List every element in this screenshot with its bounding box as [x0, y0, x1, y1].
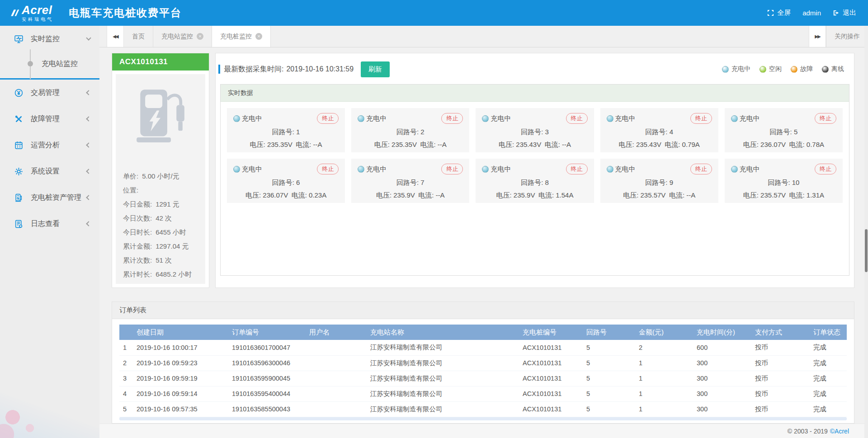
order-cell: 5 [583, 401, 635, 417]
stop-button[interactable]: 终止 [566, 113, 588, 124]
charging-status-icon [482, 115, 489, 122]
tab-pile-monitor[interactable]: 充电桩监控 × [212, 26, 271, 47]
content-area: ACX1010131 [99, 47, 868, 438]
order-cell: 2019-10-16 09:57:35 [133, 401, 228, 417]
tabs-scroll-left-button[interactable]: ◀◀ [107, 26, 124, 47]
circuit-status-label: 充电中 [491, 114, 511, 123]
orders-column-header: 订单编号 [228, 325, 306, 340]
order-cell [306, 355, 367, 371]
stop-button[interactable]: 终止 [566, 164, 588, 174]
circuit-status-label: 充电中 [366, 165, 387, 174]
stop-button[interactable]: 终止 [441, 113, 463, 124]
order-cell: 2019-10-16 09:59:23 [133, 355, 228, 371]
circuit-card-top: 充电中终止 [607, 113, 712, 124]
table-row: 22019-10-16 09:59:231910163596300046江苏安科… [119, 355, 847, 371]
table-row: 52019-10-16 09:57:351910163585500043江苏安科… [119, 401, 847, 417]
table-horizontal-scrollbar[interactable] [119, 417, 847, 420]
logo-text: Acrel [22, 4, 53, 16]
circuit-status: 充电中 [358, 165, 387, 174]
tab-home[interactable]: 首页 [124, 26, 153, 47]
stop-button[interactable]: 终止 [690, 113, 712, 124]
circuit-card-top: 充电中终止 [482, 113, 587, 124]
stat-today-count: 今日次数:42 次 [123, 211, 198, 225]
stat-total-amount: 累计金额:1297.04 元 [123, 239, 198, 253]
orders-header-row: 创建日期订单编号用户名充电站名称充电桩编号回路号金额(元)充电时间(分)支付方式… [119, 325, 847, 340]
chevron-down-icon [86, 35, 91, 40]
circuit-status-label: 充电中 [615, 165, 636, 174]
order-cell: ACX1010131 [519, 386, 583, 401]
circuit-readings: 电压: 235.43V 电流: 0.79A [607, 141, 712, 149]
circuit-status-label: 充电中 [491, 165, 511, 174]
orders-column-header: 充电站名称 [367, 325, 519, 340]
close-icon[interactable]: × [197, 33, 203, 40]
fullscreen-button[interactable]: 全屏 [767, 9, 791, 17]
user-menu[interactable]: admin [802, 9, 821, 17]
order-cell: 投币 [751, 371, 810, 386]
order-cell: 江苏安科瑞制造有限公司 [367, 371, 519, 386]
legend-idle: 空闲 [760, 65, 782, 73]
sidebar-item-settings[interactable]: 系统设置 [0, 158, 99, 184]
sidebar-item-station-monitor[interactable]: 充电站监控 [0, 52, 99, 75]
orders-title: 订单列表 [112, 302, 854, 319]
order-cell: 完成 [810, 340, 847, 355]
pile-stats-list: 单价:5.00 小时/元 位置: 今日金额:1291 元 今日次数:42 次 今… [116, 166, 205, 284]
circuit-status-label: 充电中 [740, 165, 760, 174]
circuit-number: 回路号: 3 [482, 128, 587, 137]
stop-button[interactable]: 终止 [317, 164, 339, 174]
stat-total-duration: 累计时长:6485.2 小时 [123, 267, 198, 281]
sidebar-item-charging-assets[interactable]: 充电桩资产管理 [0, 184, 99, 211]
tabs-scroll-right-button[interactable]: ▶▶ [809, 26, 826, 47]
order-cell: 5 [583, 386, 635, 401]
realtime-monitor-icon [14, 34, 24, 44]
acrel-logo: Acrel 安科瑞电气 [10, 4, 53, 22]
close-icon[interactable]: × [255, 33, 262, 40]
sidebar-item-realtime-monitor[interactable]: 实时监控 [0, 26, 99, 52]
stop-button[interactable]: 终止 [441, 164, 463, 174]
circuit-number: 回路号: 7 [358, 179, 463, 187]
order-cell: 1 [635, 401, 693, 417]
charging-pile-illustration-icon [116, 86, 205, 166]
logout-button[interactable]: 退出 [833, 9, 856, 17]
order-cell: 2 [635, 340, 693, 355]
circuit-status: 充电中 [482, 114, 511, 123]
table-row: 32019-10-16 09:59:191910163595900045江苏安科… [119, 371, 847, 386]
circuit-card: 充电中终止回路号: 8电压: 235.9V 电流: 1.54A [476, 159, 594, 203]
tab-station-monitor[interactable]: 充电站监控 × [153, 26, 212, 47]
vertical-scrollbar[interactable] [864, 26, 868, 438]
sidebar-item-logs[interactable]: 日志查看 [0, 211, 99, 237]
stop-button[interactable]: 终止 [690, 164, 712, 174]
order-cell: 投币 [751, 340, 810, 355]
order-cell: 5 [583, 371, 635, 386]
scrollbar-thumb[interactable] [865, 229, 868, 272]
order-cell: 江苏安科瑞制造有限公司 [367, 386, 519, 401]
circuit-status: 充电中 [482, 165, 511, 174]
acrel-footer-link[interactable]: ©Acrel [830, 428, 849, 435]
stop-button[interactable]: 终止 [317, 113, 339, 124]
stat-location: 位置: [123, 183, 198, 197]
circuit-card-top: 充电中终止 [731, 164, 836, 174]
order-cell: ACX1010131 [519, 401, 583, 417]
circuit-grid: 充电中终止回路号: 1电压: 235.35V 电流: --A充电中终止回路号: … [221, 102, 849, 209]
refresh-button[interactable]: 刷新 [361, 61, 390, 77]
charging-status-icon [233, 166, 240, 173]
circuit-card: 充电中终止回路号: 4电压: 235.43V 电流: 0.79A [600, 108, 718, 152]
accent-bar [218, 65, 220, 74]
circuit-status: 充电中 [233, 114, 262, 123]
chevron-left-icon [86, 90, 91, 95]
close-operations-button[interactable]: 关闭操作 [826, 26, 868, 47]
sidebar-item-transactions[interactable]: 交易管理 [0, 80, 99, 106]
sidebar-item-analysis[interactable]: 运营分析 [0, 132, 99, 158]
acrel-logo-icon [10, 8, 20, 19]
tab-bar: ◀◀ 首页 充电站监控 × 充电桩监控 × ▶▶ 关闭操作 [99, 26, 868, 47]
sidebar-item-faults[interactable]: 故障管理 [0, 106, 99, 132]
stop-button[interactable]: 终止 [815, 164, 836, 174]
stat-total-count: 累计次数:51 次 [123, 253, 198, 267]
circuit-status-label: 充电中 [615, 114, 636, 123]
stop-button[interactable]: 终止 [815, 113, 836, 124]
order-cell: 投币 [751, 401, 810, 417]
pile-id-header: ACX1010131 [112, 53, 209, 71]
chevron-left-icon [86, 169, 91, 174]
charging-status-icon [482, 166, 489, 173]
order-cell: 5 [119, 401, 133, 417]
order-cell: 江苏安科瑞制造有限公司 [367, 340, 519, 355]
